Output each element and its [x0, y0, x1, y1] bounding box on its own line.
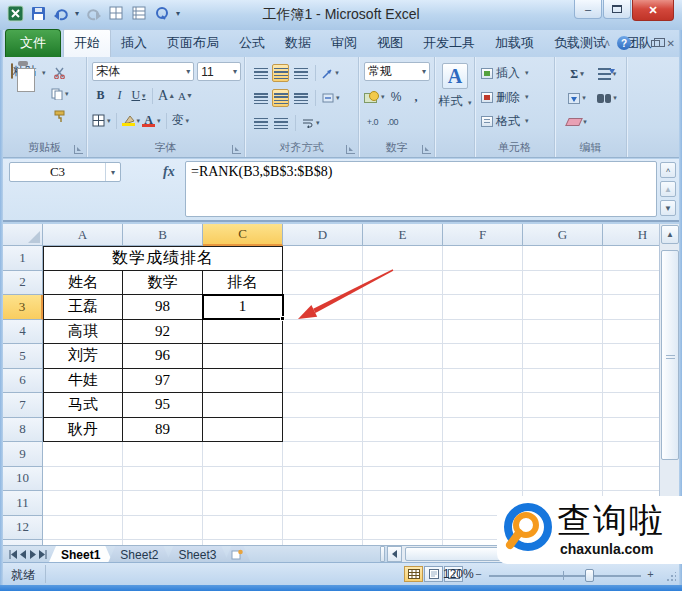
phonetic-guide-button[interactable]: 变	[172, 112, 190, 130]
cell-F2[interactable]	[443, 271, 523, 296]
workbook-restore-icon[interactable]	[651, 40, 660, 47]
cell-B9[interactable]	[123, 442, 203, 467]
cell-D6[interactable]	[283, 369, 363, 394]
zoom-in-icon[interactable]: +	[645, 570, 656, 581]
column-header-F[interactable]: F	[443, 224, 523, 246]
cell-B5[interactable]: 96	[123, 344, 203, 369]
name-box[interactable]: C3 ▾	[9, 162, 121, 182]
cell-B3[interactable]: 98	[123, 295, 203, 320]
zoom-slider-track[interactable]	[489, 575, 641, 577]
cell-A2[interactable]: 姓名	[43, 271, 123, 296]
column-header-C[interactable]: C	[203, 224, 283, 246]
cell-B11[interactable]	[123, 491, 203, 516]
fill-color-button[interactable]	[122, 112, 141, 130]
ribbon-tab-formulas[interactable]: 公式	[229, 30, 275, 57]
cell-C9[interactable]	[203, 442, 283, 467]
row-header-3[interactable]: 3	[3, 295, 43, 320]
cell-F6[interactable]	[443, 369, 523, 394]
sheet-tab-sheet2[interactable]: Sheet2	[108, 546, 170, 562]
font-color-button[interactable]: A	[142, 112, 161, 130]
shrink-font-button[interactable]: A▼	[177, 87, 194, 105]
cell-G9[interactable]	[523, 442, 603, 467]
orientation-icon[interactable]	[322, 64, 339, 82]
merge-center-icon[interactable]	[322, 89, 340, 107]
ribbon-tab-insert[interactable]: 插入	[111, 30, 157, 57]
align-top-icon[interactable]	[252, 64, 269, 82]
cell-B8[interactable]: 89	[123, 418, 203, 443]
find-select-icon[interactable]	[592, 89, 622, 107]
row-header-11[interactable]: 11	[3, 491, 43, 516]
align-left-icon[interactable]	[252, 89, 269, 107]
ribbon-tab-file[interactable]: 文件	[5, 29, 61, 57]
zoom-slider-thumb[interactable]	[585, 569, 594, 582]
column-header-G[interactable]: G	[523, 224, 603, 246]
next-sheet-icon[interactable]	[29, 550, 37, 559]
scroll-up-button[interactable]: ▲	[661, 225, 679, 244]
ribbon-tab-developer[interactable]: 开发工具	[413, 30, 485, 57]
cell-A9[interactable]	[43, 442, 123, 467]
zoom-out-icon[interactable]: −	[473, 570, 484, 581]
vertical-scroll-thumb[interactable]	[661, 250, 679, 460]
percent-style-button[interactable]: %	[388, 88, 405, 106]
cell-D5[interactable]	[283, 344, 363, 369]
cell-E4[interactable]	[363, 320, 443, 345]
cell-D10[interactable]	[283, 467, 363, 492]
cell-F9[interactable]	[443, 442, 523, 467]
workbook-close-icon[interactable]: ✕	[667, 38, 675, 49]
ribbon-tab-page-layout[interactable]: 页面布局	[157, 30, 229, 57]
cell-B7[interactable]: 95	[123, 393, 203, 418]
cell-A6[interactable]: 牛娃	[43, 369, 123, 394]
cell-G5[interactable]	[523, 344, 603, 369]
cell-F10[interactable]	[443, 467, 523, 492]
row-header-9[interactable]: 9	[3, 442, 43, 467]
increase-decimal-icon[interactable]: +.0	[364, 113, 381, 131]
cell-D8[interactable]	[283, 418, 363, 443]
sheet-tab-sheet1[interactable]: Sheet1	[49, 546, 112, 562]
ribbon-tab-add-ins[interactable]: 加载项	[485, 30, 544, 57]
row-header-5[interactable]: 5	[3, 344, 43, 369]
cell-F8[interactable]	[443, 418, 523, 443]
cell-A12[interactable]	[43, 516, 123, 541]
cell-D11[interactable]	[283, 491, 363, 516]
cell-A5[interactable]: 刘芳	[43, 344, 123, 369]
sheet-tab-sheet3[interactable]: Sheet3	[166, 546, 228, 562]
workbook-minimize-icon[interactable]: –	[638, 38, 644, 49]
cell-G7[interactable]	[523, 393, 603, 418]
delete-cells-button[interactable]: 删除	[481, 87, 551, 107]
ribbon-tab-data[interactable]: 数据	[275, 30, 321, 57]
minimize-button[interactable]: –	[574, 0, 602, 19]
cell-F1[interactable]	[443, 246, 523, 271]
cell-D3[interactable]	[283, 295, 363, 320]
cell-A3[interactable]: 王磊	[43, 295, 123, 320]
align-middle-icon[interactable]	[272, 64, 289, 82]
cell-E6[interactable]	[363, 369, 443, 394]
row-header-2[interactable]: 2	[3, 271, 43, 296]
cell-E3[interactable]	[363, 295, 443, 320]
cut-icon[interactable]	[51, 63, 69, 81]
help-icon[interactable]: ?	[617, 36, 631, 50]
column-header-A[interactable]: A	[43, 224, 123, 246]
cell-G10[interactable]	[523, 467, 603, 492]
cell-D9[interactable]	[283, 442, 363, 467]
hscroll-left-icon[interactable]	[387, 546, 402, 562]
cell-G3[interactable]	[523, 295, 603, 320]
cell-A7[interactable]: 马式	[43, 393, 123, 418]
fill-icon[interactable]	[562, 89, 592, 107]
cell-E11[interactable]	[363, 491, 443, 516]
row-header-7[interactable]: 7	[3, 393, 43, 418]
decrease-indent-icon[interactable]	[252, 114, 269, 132]
cell-G1[interactable]	[523, 246, 603, 271]
number-format-select[interactable]: 常规▾	[364, 62, 430, 81]
cell-G2[interactable]	[523, 271, 603, 296]
row-header-10[interactable]: 10	[3, 467, 43, 492]
cell-C5[interactable]	[203, 344, 283, 369]
select-all-corner[interactable]	[3, 224, 43, 246]
ribbon-tab-view[interactable]: 视图	[367, 30, 413, 57]
clipboard-dialog-launcher-icon[interactable]	[74, 145, 83, 154]
increase-indent-icon[interactable]	[272, 114, 289, 132]
last-sheet-icon[interactable]	[39, 550, 49, 559]
resize-grip[interactable]	[666, 572, 676, 582]
first-sheet-icon[interactable]	[7, 550, 17, 559]
borders-button[interactable]	[92, 112, 111, 130]
cell-C4[interactable]	[203, 320, 283, 345]
